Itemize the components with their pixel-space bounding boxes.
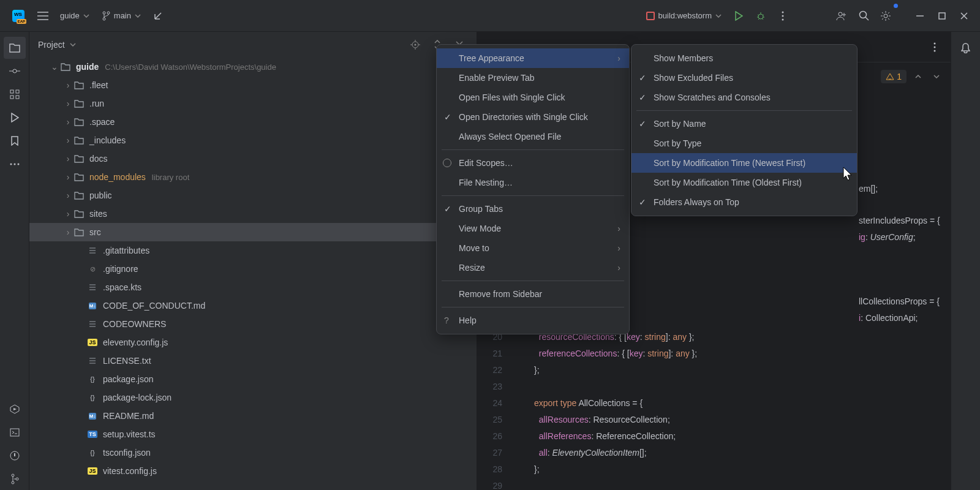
menu-item[interactable]: View Mode› bbox=[437, 219, 629, 238]
svg-point-11 bbox=[13, 69, 17, 73]
prev-highlight-icon[interactable] bbox=[911, 70, 925, 83]
more-actions-icon[interactable] bbox=[772, 5, 794, 27]
project-tree[interactable]: ⌄guideC:\Users\David Watson\WebstormProj… bbox=[29, 58, 477, 490]
commit-tool-icon[interactable] bbox=[4, 60, 26, 82]
svg-point-27 bbox=[934, 42, 936, 44]
menu-icon[interactable] bbox=[32, 5, 54, 27]
tree-item[interactable]: ›sites bbox=[29, 205, 477, 223]
menu-item[interactable]: Always Select Opened File bbox=[437, 127, 629, 146]
branch-selector[interactable]: main bbox=[96, 6, 147, 26]
menu-item[interactable]: File Nesting… bbox=[437, 173, 629, 192]
menu-item[interactable]: Sort by Modification Time (Newest First) bbox=[631, 153, 857, 173]
editor-options-icon[interactable] bbox=[926, 39, 943, 56]
code-line[interactable]: 28}; bbox=[477, 461, 951, 478]
menu-item[interactable]: ✓Group Tabs bbox=[437, 199, 629, 219]
tree-item[interactable]: {}tsconfig.json bbox=[29, 443, 477, 462]
terminal-tool-icon[interactable] bbox=[4, 421, 26, 443]
menu-item[interactable]: ✓Show Excluded Files bbox=[631, 68, 857, 88]
menu-item[interactable]: ✓Sort by Name bbox=[631, 114, 857, 134]
tree-item[interactable]: ›.space bbox=[29, 113, 477, 131]
pull-icon[interactable] bbox=[147, 5, 169, 27]
tree-item[interactable]: ›docs bbox=[29, 149, 477, 168]
next-highlight-icon[interactable] bbox=[930, 70, 943, 83]
tree-item[interactable]: M↓CODE_OF_CONDUCT.md bbox=[29, 296, 477, 315]
svg-point-1 bbox=[107, 12, 110, 14]
settings-icon[interactable] bbox=[875, 5, 897, 27]
code-line[interactable]: 24export type AllCollections = { bbox=[477, 395, 951, 412]
menu-item[interactable]: ✓Open Directories with Single Click bbox=[437, 107, 629, 127]
code-area[interactable]: 20 resourceCollections: { [key: string]:… bbox=[477, 329, 951, 490]
menu-item[interactable]: Enable Preview Tab bbox=[437, 68, 629, 88]
svg-point-18 bbox=[17, 164, 19, 165]
tree-item[interactable]: M↓README.md bbox=[29, 407, 477, 425]
project-tool-icon[interactable] bbox=[4, 37, 26, 59]
panel-title: Project bbox=[38, 40, 65, 50]
run-tool-icon[interactable] bbox=[4, 107, 26, 129]
code-line[interactable]: 23 bbox=[477, 379, 951, 395]
menu-item[interactable]: Move to› bbox=[437, 238, 629, 258]
tree-item[interactable]: TSsetup.vitest.ts bbox=[29, 425, 477, 443]
code-line[interactable]: 29 bbox=[477, 478, 951, 490]
project-selector[interactable]: guide bbox=[54, 6, 96, 25]
tree-item[interactable]: ›src bbox=[29, 223, 477, 241]
close-window-icon[interactable] bbox=[953, 5, 975, 27]
tree-item[interactable]: ›public bbox=[29, 186, 477, 205]
svg-rect-12 bbox=[10, 90, 13, 93]
tree-item[interactable]: ›.run bbox=[29, 94, 477, 113]
notifications-icon[interactable] bbox=[955, 37, 977, 59]
menu-item[interactable]: Sort by Modification Time (Oldest First) bbox=[631, 173, 857, 192]
panel-context-menu: Tree Appearance›Enable Preview TabOpen F… bbox=[436, 44, 630, 334]
tree-item[interactable]: ›.fleet bbox=[29, 76, 477, 94]
tree-item[interactable]: ⊘.gitignore bbox=[29, 260, 477, 278]
app-logo: EAP bbox=[12, 10, 24, 22]
tree-item[interactable]: .gitattributes bbox=[29, 241, 477, 260]
menu-item[interactable]: Sort by Type bbox=[631, 134, 857, 153]
menu-item[interactable]: Remove from Sidebar bbox=[437, 284, 629, 304]
code-line[interactable]: 26 allReferences: ReferenceCollection; bbox=[477, 428, 951, 445]
tree-item[interactable]: ⌄guideC:\Users\David Watson\WebstormProj… bbox=[29, 58, 477, 76]
menu-item[interactable]: Edit Scopes… bbox=[437, 153, 629, 173]
vcs-tool-icon[interactable] bbox=[4, 468, 26, 490]
tree-item[interactable]: {}package-lock.json bbox=[29, 388, 477, 407]
right-tool-strip bbox=[951, 32, 980, 490]
tree-item[interactable]: ›_includes bbox=[29, 131, 477, 149]
svg-rect-20 bbox=[10, 429, 19, 436]
svg-point-4 bbox=[782, 11, 784, 13]
code-line[interactable]: 22}; bbox=[477, 362, 951, 379]
structure-tool-icon[interactable] bbox=[4, 83, 26, 105]
tree-item[interactable]: .space.kts bbox=[29, 278, 477, 296]
tree-item[interactable]: JSvitest.config.js bbox=[29, 462, 477, 480]
maximize-icon[interactable] bbox=[931, 5, 953, 27]
svg-point-9 bbox=[884, 14, 888, 18]
code-with-me-icon[interactable] bbox=[831, 5, 853, 27]
search-icon[interactable] bbox=[853, 5, 875, 27]
minimize-icon[interactable] bbox=[909, 5, 931, 27]
tree-item[interactable]: ›node_moduleslibrary root bbox=[29, 168, 477, 186]
code-fragment: ig: UserConfig; bbox=[859, 232, 916, 242]
menu-item[interactable]: Tree Appearance› bbox=[437, 48, 629, 68]
menu-item[interactable]: ✓Show Scratches and Consoles bbox=[631, 88, 857, 107]
menu-item[interactable]: ?Help bbox=[437, 311, 629, 330]
services-tool-icon[interactable] bbox=[4, 398, 26, 420]
problems-tool-icon[interactable] bbox=[4, 445, 26, 467]
tree-item[interactable]: {}package.json bbox=[29, 370, 477, 388]
run-config-selector[interactable]: build:webstorm bbox=[640, 6, 728, 25]
menu-item[interactable]: ✓Folders Always on Top bbox=[631, 192, 857, 212]
more-tools-icon[interactable] bbox=[4, 153, 26, 175]
warning-icon bbox=[886, 73, 894, 80]
debug-button[interactable] bbox=[750, 5, 772, 27]
tree-item[interactable]: CODEOWNERS bbox=[29, 315, 477, 333]
bookmark-tool-icon[interactable] bbox=[4, 130, 26, 152]
locate-icon[interactable] bbox=[407, 36, 424, 53]
warning-badge[interactable]: 1 bbox=[881, 70, 907, 83]
tree-item[interactable]: LICENSE.txt bbox=[29, 352, 477, 370]
tree-item[interactable]: JSeleventy.config.js bbox=[29, 333, 477, 352]
chevron-down-icon[interactable] bbox=[70, 43, 76, 47]
code-line[interactable]: 21 referenceCollections: { [key: string]… bbox=[477, 345, 951, 362]
run-button[interactable] bbox=[728, 5, 750, 27]
code-line[interactable]: 25 allResources: ResourceCollection; bbox=[477, 412, 951, 428]
menu-item[interactable]: Show Members bbox=[631, 48, 857, 68]
code-line[interactable]: 27 all: EleventyCollectionItem[]; bbox=[477, 445, 951, 461]
menu-item[interactable]: Resize› bbox=[437, 258, 629, 277]
menu-item[interactable]: Open Files with Single Click bbox=[437, 88, 629, 107]
